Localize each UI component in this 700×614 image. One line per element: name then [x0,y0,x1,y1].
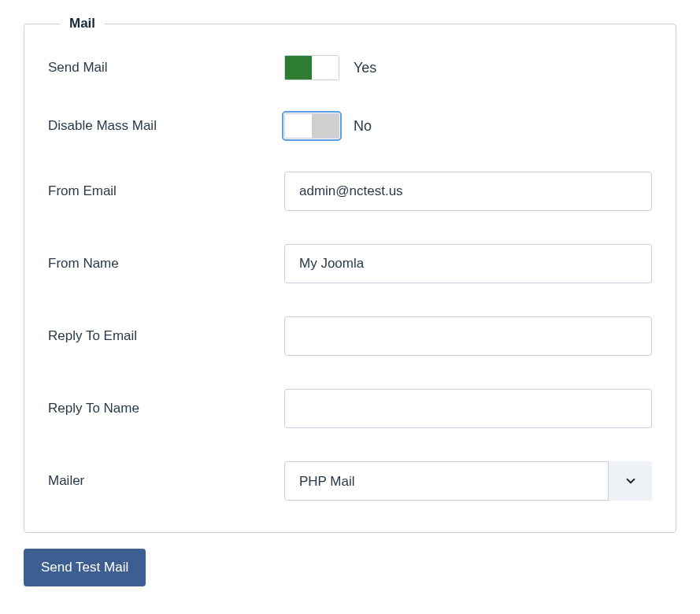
reply-to-name-row: Reply To Name [48,389,652,428]
mailer-select[interactable]: PHP Mail [284,461,652,501]
disable-mass-mail-state-text: No [354,118,372,135]
reply-to-email-row: Reply To Email [48,316,652,356]
from-email-label: From Email [48,183,284,199]
send-mail-toggle[interactable] [284,55,339,80]
reply-to-email-input[interactable] [284,316,652,356]
reply-to-name-label: Reply To Name [48,401,284,416]
mailer-label: Mailer [48,473,284,489]
from-email-row: From Email [48,172,652,211]
from-name-label: From Name [48,256,284,272]
disable-mass-mail-toggle[interactable] [284,113,339,139]
from-email-input[interactable] [284,172,652,211]
mail-fieldset: Mail Send Mail Yes Disable Mass Mail No … [24,16,676,533]
reply-to-name-input[interactable] [284,389,652,428]
send-mail-row: Send Mail Yes [48,55,652,80]
from-name-row: From Name [48,244,652,283]
disable-mass-mail-row: Disable Mass Mail No [48,113,652,139]
send-mail-state-text: Yes [354,60,376,76]
reply-to-email-label: Reply To Email [48,328,284,344]
disable-mass-mail-label: Disable Mass Mail [48,118,284,134]
from-name-input[interactable] [284,244,652,283]
send-mail-label: Send Mail [48,60,284,76]
mailer-row: Mailer PHP Mail [48,461,652,501]
mail-legend: Mail [60,16,105,31]
send-test-mail-button[interactable]: Send Test Mail [24,549,146,586]
